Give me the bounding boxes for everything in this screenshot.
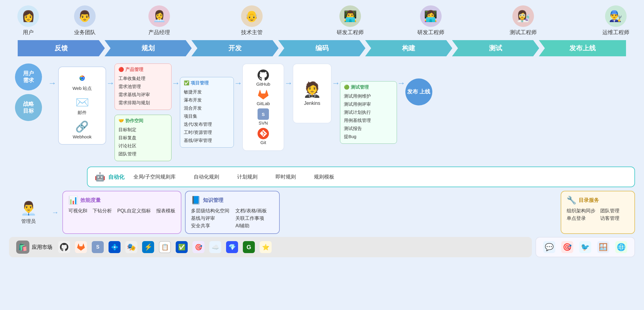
persona-user: 👩 用户 [0, 5, 57, 36]
arrow-3: → [234, 78, 242, 88]
persona-ops: 👨‍🔧 运维工程师 [588, 5, 644, 36]
knowledge-header: 📘 知识管理 [191, 196, 274, 205]
app-icons-row: S 💠 🎭 ⚡ 📋 ✅ 🎯 [58, 241, 272, 253]
project-item-2: 瀑布开发 [184, 96, 230, 104]
automation-row: 🤖 自动化 全局/子空间规则库 自动化规则 计划规则 即时规则 规则模板 [87, 167, 635, 187]
product-item-2: 需求池管理 [118, 82, 168, 90]
test-item-4: 用例基线管理 [344, 116, 393, 124]
arrow-1: → [106, 78, 115, 88]
left-arrow: → [48, 78, 56, 88]
book-icon: 📘 [191, 196, 201, 205]
persona-tech-lead: 👴 技术主管 [224, 5, 280, 36]
phase-banner: 反馈 规划 开发 编码 构建 测试 发布上线 [0, 40, 644, 56]
directory-item-3: 单点登录 [567, 215, 595, 222]
wrench-icon: 🔧 [567, 196, 576, 205]
persona-label-business: 业务团队 [74, 29, 96, 36]
workspace-item-4: 团队管理 [118, 150, 168, 158]
admin-label: 管理员 [21, 218, 36, 225]
persona-pm: 👩‍💼 产品经理 [131, 5, 188, 36]
publish-circle: 发布 上线 [405, 78, 432, 105]
product-mgmt-title: 🔴 产品管理 [118, 67, 168, 72]
personas-row: 👩 用户 👨 业务团队 👩‍💼 产品经理 👴 技术主管 👨‍💻 研发工程师 👩‍… [0, 0, 644, 38]
arrow-4: → [284, 78, 293, 88]
code-repos-box: GitHub GitLab S SVN Git [242, 63, 284, 151]
knowledge-item-1: 多层级结构化空间 [191, 208, 229, 214]
persona-label-tech-lead: 技术主管 [241, 29, 263, 36]
app-cloud[interactable]: ☁️ [209, 241, 221, 253]
app-chat[interactable]: 💬 [543, 241, 555, 253]
chat-icon: 💬 [545, 243, 554, 251]
channel-web: Web 站点 [73, 72, 92, 91]
target-icon: 🎯 [563, 243, 572, 251]
app-notion[interactable]: 📋 [159, 241, 171, 253]
app-star[interactable]: ⭐ [260, 241, 272, 253]
directory-box: 🔧 目录服务 组织架构同步 团队管理 单点登录 访客管理 [561, 191, 635, 234]
knowledge-item-6: AI辅助 [235, 223, 274, 229]
channel-box: Web 站点 ✉️ 邮件 🔗 Webhook [58, 66, 106, 145]
test-item-1: 测试用例维护 [344, 92, 393, 100]
jenkins-box: 🤵 Jenkins [293, 63, 332, 123]
project-mgmt-box: ✅ 项目管理 敏捷开发 瀑布开发 混合开发 项目集 迭代/发布管理 工时/资源管… [180, 77, 234, 148]
app-gitlab[interactable] [75, 241, 87, 253]
product-mgmt-icon: 🔴 [118, 67, 124, 72]
product-mgmt-wrapper: 🔴 产品管理 工单收集处理 需求池管理 需求基线与评审 需求排期与规划 🤝 协作… [115, 63, 171, 164]
knowledge-item-3: 基线与评审 [191, 215, 229, 222]
bag-icon: 🛍️ [16, 241, 29, 254]
knowledge-item-4: 关联工作事项 [235, 215, 274, 222]
automation-item-1: 全局/子空间规则库 [133, 173, 176, 180]
app-trello[interactable]: ✅ [176, 241, 188, 253]
app-phabricator[interactable]: 🎭 [125, 241, 137, 253]
app-github[interactable] [58, 241, 70, 253]
automation-item-5: 规则模板 [314, 173, 334, 180]
workspace-item-1: 目标制定 [118, 125, 168, 134]
avatar-qa: 👩‍🔬 [512, 5, 534, 27]
automation-item-2: 自动化规则 [194, 173, 219, 180]
workspace-title: 🤝 协作空间 [118, 118, 168, 124]
persona-label-pm: 产品经理 [148, 29, 170, 36]
project-item-3: 混合开发 [184, 104, 230, 112]
svn-label: SVN [259, 120, 268, 125]
email-icon: ✉️ [76, 96, 89, 109]
metrics-item-1: 可视化BI [68, 208, 87, 214]
directory-item-2: 团队管理 [600, 208, 629, 214]
github-icon [258, 69, 269, 81]
gitlab-icon [258, 89, 269, 100]
app-vscode[interactable]: ⚡ [142, 241, 154, 253]
app-windows[interactable]: 🪟 [597, 241, 609, 253]
project-mgmt-title: ✅ 项目管理 [184, 80, 230, 86]
webhook-icon: 🔗 [75, 120, 89, 133]
left-side-labels: 用户需求 战略目标 [9, 61, 48, 124]
persona-dev1: 👨‍💻 研发工程师 [322, 5, 379, 36]
workspace-box: 🤝 协作空间 目标制定 目标复盘 讨论社区 团队管理 [115, 115, 171, 161]
app-figma[interactable]: 🎯 [192, 241, 204, 253]
avatar-user: 👩 [17, 5, 39, 27]
right-apps-row: 💬 🎯 🐦 🪟 🌐 [535, 237, 635, 257]
product-mgmt-box: 🔴 产品管理 工单收集处理 需求池管理 需求基线与评审 需求排期与规划 [115, 63, 171, 110]
metrics-header: 📊 效能度量 [68, 196, 175, 205]
app-svn[interactable]: S [92, 241, 104, 253]
test-mgmt-icon: 🟢 [344, 84, 350, 90]
avatar-ops: 👨‍🔧 [605, 5, 627, 27]
automation-items: 全局/子空间规则库 自动化规则 计划规则 即时规则 规则模板 [133, 173, 627, 180]
metrics-item-3: PQL自定义指标 [117, 208, 151, 214]
test-item-6: 提Bug [344, 132, 393, 140]
persona-dev2: 👩‍💻 研发工程师 [403, 5, 459, 36]
phase-build: 构建 [365, 40, 452, 56]
test-mgmt-box: 🟢 测试管理 测试用例维护 测试用例评审 测试计划执行 用例基线管理 测试报告 … [340, 81, 397, 144]
admin-arrow: → [52, 191, 59, 234]
directory-item-1: 组织架构同步 [567, 208, 595, 214]
app-twitter[interactable]: 🐦 [579, 241, 591, 253]
automation-item-3: 计划规则 [237, 173, 258, 180]
app-green-g[interactable]: G [243, 241, 255, 253]
phase-code: 编码 [278, 40, 365, 56]
user-demand-label: 用户需求 [15, 63, 42, 90]
app-globe[interactable]: 🌐 [615, 241, 627, 253]
product-item-4: 需求排期与规划 [118, 99, 168, 107]
phase-dev: 开发 [191, 40, 279, 56]
persona-qa: 👩‍🔬 测试工程师 [495, 5, 552, 36]
app-diamond[interactable]: 💎 [226, 241, 238, 253]
app-target[interactable]: 🎯 [561, 241, 573, 253]
app-sourcetree[interactable]: 💠 [109, 241, 121, 253]
workspace-item-3: 讨论社区 [118, 142, 168, 150]
workspace-icon: 🤝 [118, 118, 124, 123]
